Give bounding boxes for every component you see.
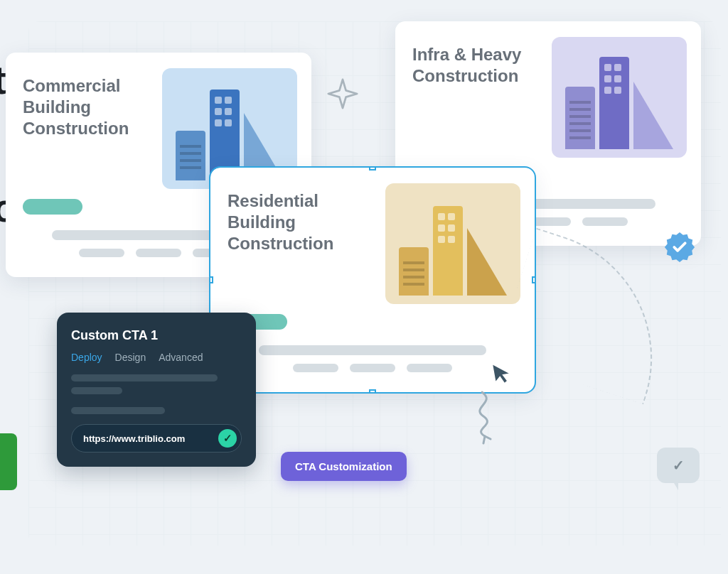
card-residential-title: Residential Building Construction bbox=[228, 183, 375, 304]
tab-deploy[interactable]: Deploy bbox=[71, 352, 102, 363]
placeholder-line bbox=[79, 249, 124, 257]
placeholder-line bbox=[71, 374, 218, 381]
resize-handle[interactable] bbox=[210, 276, 213, 283]
card-commercial-title: Commercial Building Construction bbox=[23, 68, 152, 189]
placeholder-line bbox=[350, 364, 395, 372]
placeholder-line bbox=[293, 364, 338, 372]
tab-advanced[interactable]: Advanced bbox=[159, 352, 203, 363]
custom-cta-title: Custom CTA 1 bbox=[71, 328, 242, 343]
card-infra-title: Infra & Heavy Construction bbox=[412, 37, 542, 158]
url-input[interactable]: https://www.triblio.com ✓ bbox=[71, 424, 242, 453]
tab-design[interactable]: Design bbox=[115, 352, 146, 363]
cursor-icon bbox=[490, 359, 515, 387]
placeholder-line bbox=[259, 345, 486, 355]
chat-bubble-icon: ✓ bbox=[657, 448, 700, 483]
placeholder-line bbox=[407, 364, 452, 372]
resize-handle[interactable] bbox=[369, 389, 376, 392]
custom-cta-panel[interactable]: Custom CTA 1 Deploy Design Advanced http… bbox=[57, 313, 256, 467]
card-residential-illustration bbox=[385, 183, 520, 304]
card-residential-selected[interactable]: Residential Building Construction bbox=[210, 168, 535, 392]
placeholder-line bbox=[136, 249, 181, 257]
placeholder-line bbox=[71, 407, 165, 414]
check-icon: ✓ bbox=[218, 429, 237, 448]
url-input-value: https://www.triblio.com bbox=[83, 433, 185, 444]
squiggle-arrow-icon bbox=[468, 389, 503, 446]
resize-handle[interactable] bbox=[369, 168, 376, 170]
verified-badge-icon bbox=[663, 231, 696, 264]
card-infra-illustration bbox=[552, 37, 687, 158]
cropped-green-button bbox=[0, 433, 17, 490]
placeholder-line bbox=[582, 217, 628, 226]
placeholder-line bbox=[71, 387, 122, 394]
cta-customization-button[interactable]: CTA Customization bbox=[281, 452, 407, 481]
sparkle-icon bbox=[327, 78, 358, 109]
card-commercial-pill bbox=[23, 199, 82, 215]
